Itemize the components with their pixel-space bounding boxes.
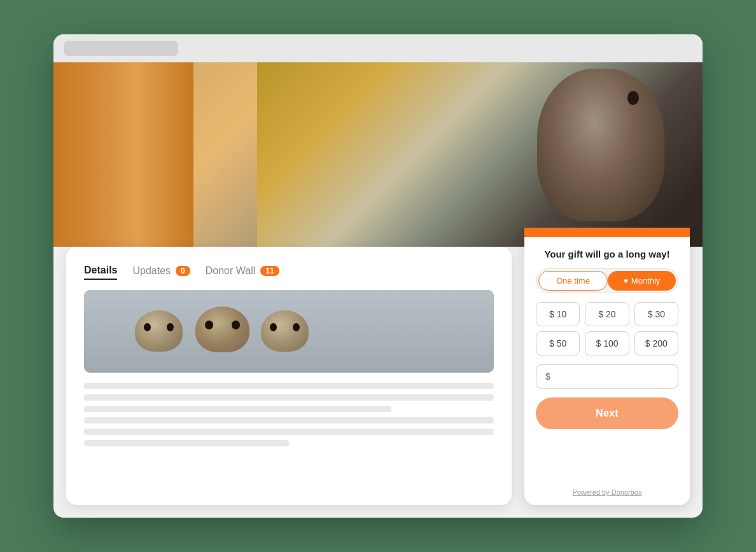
tab-details-label: Details xyxy=(84,265,117,276)
one-time-button[interactable]: One time xyxy=(538,271,608,291)
campaign-text-content xyxy=(84,383,494,446)
text-line xyxy=(84,417,494,424)
amount-button-200[interactable]: $ 200 xyxy=(634,331,678,355)
hero-image xyxy=(53,62,703,247)
campaign-card: Details Updates 0 Donor Wall 11 xyxy=(66,247,512,505)
browser-window: Details Updates 0 Donor Wall 11 xyxy=(53,34,703,518)
text-line xyxy=(84,394,494,401)
campaign-image xyxy=(84,290,494,373)
tab-updates-label: Updates xyxy=(132,265,171,277)
donation-widget: Choose amount 🔒 → Your gift will go a lo… xyxy=(524,228,690,505)
text-line xyxy=(84,383,494,389)
gift-message: Your gift will go a long way! xyxy=(536,249,678,259)
amount-button-100[interactable]: $ 100 xyxy=(585,331,629,355)
monthly-button[interactable]: ♥ Monthly xyxy=(608,271,676,291)
widget-header: Choose amount 🔒 → xyxy=(524,228,690,237)
frequency-toggle: One time ♥ Monthly xyxy=(536,268,678,293)
browser-url-bar[interactable] xyxy=(64,41,178,56)
tab-donor-wall[interactable]: Donor Wall 11 xyxy=(206,265,279,279)
tab-updates-badge: 0 xyxy=(176,266,190,276)
browser-content: Details Updates 0 Donor Wall 11 xyxy=(53,62,703,518)
heart-icon: ♥ xyxy=(624,277,628,286)
custom-amount-field: $ xyxy=(536,364,678,389)
amount-button-50[interactable]: $ 50 xyxy=(536,331,580,355)
text-line xyxy=(84,429,494,435)
dollar-sign: $ xyxy=(545,371,550,382)
tab-details[interactable]: Details xyxy=(84,265,117,280)
amount-button-10[interactable]: $ 10 xyxy=(536,302,580,326)
tab-updates[interactable]: Updates 0 xyxy=(132,265,190,279)
custom-amount-input[interactable] xyxy=(553,371,669,382)
powered-by[interactable]: Powered by Donorbox xyxy=(536,488,678,496)
widget-body: Your gift will go a long way! One time ♥… xyxy=(524,237,690,488)
widget-footer: Powered by Donorbox xyxy=(524,488,690,505)
widget-header-icons: 🔒 → xyxy=(626,228,678,228)
next-button[interactable]: Next xyxy=(536,397,678,429)
tab-donor-wall-badge: 11 xyxy=(260,266,279,276)
amount-button-20[interactable]: $ 20 xyxy=(585,302,629,326)
main-area: Details Updates 0 Donor Wall 11 xyxy=(53,228,703,518)
tab-bar: Details Updates 0 Donor Wall 11 xyxy=(84,265,494,280)
amount-button-30[interactable]: $ 30 xyxy=(634,302,678,326)
amount-grid: $ 10 $ 20 $ 30 $ 50 $ 100 $ 200 xyxy=(536,302,678,355)
arrow-right-icon: → xyxy=(669,228,678,228)
browser-toolbar xyxy=(53,34,703,62)
text-line xyxy=(84,406,391,412)
monthly-label: Monthly xyxy=(631,276,661,286)
tab-donor-wall-label: Donor Wall xyxy=(206,265,256,277)
wood-panel-decoration xyxy=(53,62,193,247)
widget-header-title: Choose amount xyxy=(536,228,608,228)
text-line xyxy=(84,440,289,446)
